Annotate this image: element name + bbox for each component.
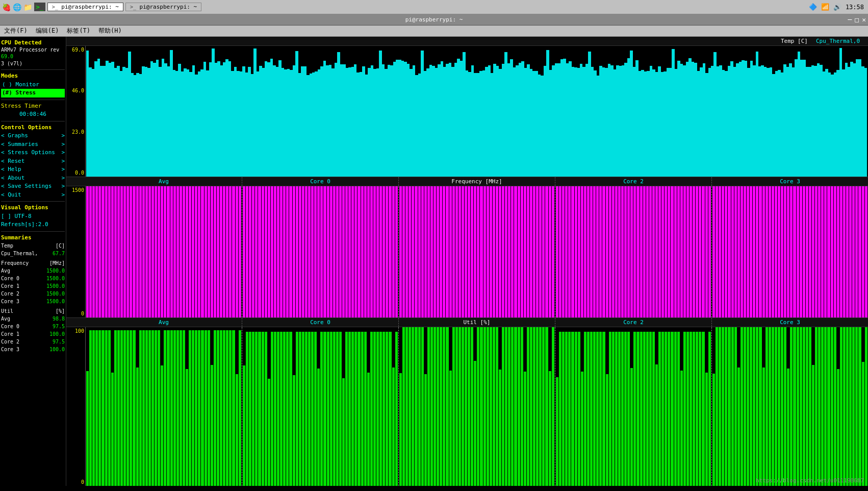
- util-label-core3: Core 3: [712, 318, 868, 327]
- freq-label-core3: Core 3: [712, 177, 868, 186]
- bluetooth-icon: 🔷: [809, 3, 817, 11]
- sidebar: CPU Detected ARMv7 Processor rev 69.0 3 …: [0, 37, 66, 486]
- clock: 13:58: [846, 4, 864, 11]
- util-label-title: Util [%]: [399, 318, 555, 327]
- freq-section-labels: Avg Core 0 Frequency [MHz] Core 2 Core 3: [86, 177, 868, 186]
- menu-save-settings[interactable]: < Save Settings>: [1, 182, 65, 191]
- util-y-axis: 100 0: [66, 327, 86, 486]
- util-label-avg: Avg: [86, 318, 242, 327]
- freq-avg: 1500.0: [46, 267, 65, 275]
- freq-header-row: Frequency [MHz]: [1, 259, 65, 267]
- main-content: CPU Detected ARMv7 Processor rev 69.0 3 …: [0, 37, 868, 486]
- util-section-core1: [399, 327, 555, 486]
- temp-y-low: 23.0: [72, 129, 84, 135]
- freq-section-avg: [86, 186, 242, 317]
- freq-core0: 1500.0: [46, 275, 65, 282]
- tab-2-label: pi@raspberrypi: ~: [140, 4, 197, 10]
- cpu-freq-val: 69.0: [1, 54, 13, 59]
- temp-chart-content: 69.0 46.0 23.0 0.0: [66, 46, 868, 177]
- tab-1-label: pi@raspberrypi: ~: [61, 4, 119, 10]
- freq-label-core1: Frequency [MHz]: [399, 177, 555, 186]
- util-section-avg: [86, 327, 242, 486]
- freq-avg-row: Avg 1500.0: [1, 267, 65, 275]
- visual-utf8[interactable]: [ ] UTF-8: [1, 212, 65, 221]
- util-y-max: 100: [75, 328, 84, 334]
- util-section-labels: Avg Core 0 Util [%] Core 2 Core 3: [86, 318, 868, 327]
- freq-core1: 1500.0: [46, 282, 65, 290]
- util-header-row: Util [%]: [1, 307, 65, 315]
- temp-chart-bars: [86, 46, 868, 177]
- freq-y-max: 1500: [72, 187, 84, 193]
- mode-stress[interactable]: (#) Stress: [1, 89, 65, 97]
- temp-chart-title: Temp [C]: [781, 38, 808, 44]
- temp-chart-title-bar: Temp [C] Cpu_Thermal,0: [66, 37, 868, 46]
- util-section-core2: [555, 327, 712, 486]
- window-title-bar: pi@raspberrypi: ~ ─ □ ✕: [0, 14, 868, 26]
- volume-icon: 🔊: [833, 3, 841, 11]
- freq-chart: Avg Core 0 Frequency [MHz] Core 2 Core 3…: [66, 177, 868, 317]
- temp-y-min: 0.0: [75, 170, 84, 176]
- util-label: Util: [1, 307, 13, 315]
- stress-timer-label: Stress Timer: [1, 102, 65, 111]
- menu-summaries[interactable]: < Summaries>: [1, 140, 65, 149]
- menu-quit[interactable]: < Quit>: [1, 191, 65, 200]
- visual-refresh: Refresh[s]:2.0: [1, 220, 65, 229]
- stress-timer-value: 00:08:46: [1, 110, 65, 119]
- freq-section-core1: [399, 186, 555, 317]
- util-label-core0: Core 0: [242, 318, 399, 327]
- modes-label: Modes: [1, 72, 65, 81]
- minimize-btn[interactable]: ─: [848, 16, 852, 23]
- summaries-label: Summaries: [1, 234, 65, 242]
- menu-help[interactable]: < Help>: [1, 165, 65, 174]
- util-core3: 100.0: [49, 346, 65, 353]
- close-btn[interactable]: ✕: [862, 16, 866, 23]
- freq-chart-content: 1500 0: [66, 186, 868, 317]
- util-section-core3: [712, 327, 868, 486]
- freq-chart-bars: [86, 186, 868, 317]
- temp-y-mid: 46.0: [72, 88, 84, 93]
- freq-core2-row: Core 2 1500.0: [1, 290, 65, 298]
- cpu-version: 3 (v7l): [1, 60, 65, 67]
- temp-y-max: 69.0: [72, 47, 84, 53]
- taskbar-icon1: 🍓: [2, 3, 11, 11]
- menu-tags[interactable]: 标签(T): [67, 27, 90, 35]
- util-chart-bars: [86, 327, 868, 486]
- util-chart-content: 100 0 https://blog.csdn.net/u011198687: [66, 327, 868, 486]
- menu-stress-options[interactable]: < Stress Options>: [1, 149, 65, 157]
- tab-2[interactable]: >_ pi@raspberrypi: ~: [125, 3, 201, 11]
- util-core1: 100.0: [49, 330, 65, 338]
- freq-y-min: 0: [81, 311, 84, 316]
- terminal-icon1: >_: [34, 3, 45, 11]
- cpu-model: ARMv7 Processor rev 69.0: [1, 46, 65, 60]
- freq-section-core3: [712, 186, 868, 317]
- temp-row: Temp [C]: [1, 242, 65, 250]
- util-y-min: 0: [81, 479, 84, 485]
- freq-label: Frequency: [1, 259, 29, 267]
- window-controls: ─ □ ✕: [848, 16, 866, 23]
- tab-1[interactable]: >_ pi@raspberrypi: ~: [47, 3, 123, 11]
- menu-file[interactable]: 文件(F): [4, 27, 28, 35]
- temp-value: 67.7: [53, 250, 65, 257]
- freq-section-core2: [555, 186, 712, 317]
- menu-about[interactable]: < About>: [1, 174, 65, 183]
- temp-y-axis: 69.0 46.0 23.0 0.0: [66, 46, 86, 177]
- mode-monitor[interactable]: ( ) Monitor: [1, 81, 65, 89]
- taskbar-icon2: 🌐: [13, 3, 21, 11]
- menu-edit[interactable]: 编辑(E): [36, 27, 59, 35]
- util-core1-row: Core 1 100.0: [1, 330, 65, 338]
- util-core3-row: Core 3 100.0: [1, 346, 65, 353]
- taskbar-icon3: 📁: [23, 3, 32, 11]
- menu-help[interactable]: 帮助(H): [98, 27, 122, 35]
- menu-reset[interactable]: < Reset>: [1, 157, 65, 166]
- freq-section-core0: [242, 186, 399, 317]
- menu-graphs[interactable]: < Graphs>: [1, 132, 65, 140]
- freq-core3-row: Core 3 1500.0: [1, 298, 65, 305]
- util-core0: 97.5: [53, 323, 65, 330]
- freq-unit: [MHz]: [49, 259, 65, 267]
- taskbar: 🍓 🌐 📁 >_ >_ pi@raspberrypi: ~ >_ pi@rasp…: [0, 0, 868, 14]
- util-core0-row: Core 0 97.5: [1, 323, 65, 330]
- charts-area: Temp [C] Cpu_Thermal,0 69.0 46.0 23.0 0.…: [66, 37, 868, 486]
- window-title: pi@raspberrypi: ~: [405, 16, 463, 23]
- maximize-btn[interactable]: □: [855, 16, 859, 23]
- temp-sensor: Cpu_Thermal,: [1, 250, 38, 257]
